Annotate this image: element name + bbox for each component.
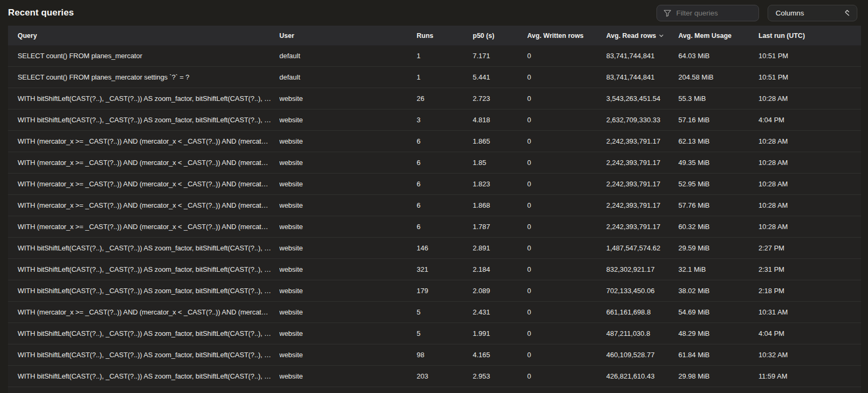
cell-p50: 2.431	[473, 308, 527, 316]
cell-runs: 6	[417, 159, 473, 167]
column-header-last-run[interactable]: Last run (UTC)	[758, 32, 861, 40]
cell-avg-mem: 64.03 MiB	[678, 52, 758, 60]
cell-user: website	[279, 308, 417, 316]
cell-avg-written: 0	[527, 308, 606, 316]
cell-avg-read: 2,242,393,791.17	[606, 180, 678, 188]
table-row[interactable]: WITH bitShiftLeft(CAST(?..), _CAST(?..))…	[8, 323, 861, 344]
cell-last-run: 10:28 AM	[758, 201, 861, 209]
table-row[interactable]: WITH bitShiftLeft(CAST(?..), _CAST(?..))…	[8, 259, 861, 280]
cell-avg-written: 0	[527, 223, 606, 231]
cell-p50: 2.723	[473, 95, 527, 103]
cell-p50: 2.184	[473, 265, 527, 273]
cell-last-run: 2:27 PM	[758, 244, 861, 252]
cell-avg-mem: 204.58 MiB	[678, 73, 758, 81]
cell-query: WITH (mercator_x >= _CAST(?..)) AND (mer…	[8, 201, 279, 209]
table-row[interactable]: SELECT count() FROM planes_mercator defa…	[8, 45, 861, 67]
column-header-avg-written-rows[interactable]: Avg. Written rows	[527, 32, 606, 40]
table-body: SELECT count() FROM planes_mercator defa…	[8, 45, 861, 387]
table-row[interactable]: SELECT count() FROM planes_mercator sett…	[8, 67, 861, 88]
table-row[interactable]: WITH bitShiftLeft(CAST(?..), _CAST(?..))…	[8, 88, 861, 109]
cell-last-run: 10:51 PM	[758, 73, 861, 81]
cell-runs: 5	[417, 329, 473, 337]
cell-runs: 6	[417, 223, 473, 231]
cell-user: website	[279, 329, 417, 337]
cell-runs: 6	[417, 201, 473, 209]
cell-avg-read: 2,632,709,330.33	[606, 116, 678, 124]
table-row[interactable]: WITH bitShiftLeft(CAST(?..), _CAST(?..))…	[8, 280, 861, 302]
filter-queries-input[interactable]	[676, 9, 752, 17]
cell-avg-read: 3,543,263,451.54	[606, 95, 678, 103]
cell-user: website	[279, 372, 417, 380]
cell-query: SELECT count() FROM planes_mercator	[8, 52, 279, 60]
cell-p50: 2.953	[473, 372, 527, 380]
cell-avg-written: 0	[527, 95, 606, 103]
column-header-avg-read-rows[interactable]: Avg. Read rows	[606, 32, 678, 40]
cell-runs: 179	[417, 287, 473, 295]
cell-avg-mem: 38.02 MiB	[678, 287, 758, 295]
cell-query: WITH bitShiftLeft(CAST(?..), _CAST(?..))…	[8, 244, 279, 252]
cell-last-run: 4:04 PM	[758, 329, 861, 337]
cell-runs: 3	[417, 116, 473, 124]
table-row[interactable]: WITH bitShiftLeft(CAST(?..), _CAST(?..))…	[8, 344, 861, 366]
cell-query: WITH (mercator_x >= _CAST(?..)) AND (mer…	[8, 180, 279, 188]
cell-avg-mem: 55.3 MiB	[678, 95, 758, 103]
cell-avg-written: 0	[527, 265, 606, 273]
cell-avg-mem: 49.35 MiB	[678, 159, 758, 167]
cell-last-run: 10:28 AM	[758, 223, 861, 231]
cell-avg-mem: 29.98 MiB	[678, 372, 758, 380]
table-row[interactable]: WITH (mercator_x >= _CAST(?..)) AND (mer…	[8, 302, 861, 323]
table-row[interactable]: WITH bitShiftLeft(CAST(?..), _CAST(?..))…	[8, 366, 861, 387]
cell-avg-read: 460,109,528.77	[606, 351, 678, 359]
cell-p50: 7.171	[473, 52, 527, 60]
cell-last-run: 10:32 AM	[758, 351, 861, 359]
cell-runs: 6	[417, 180, 473, 188]
cell-user: website	[279, 159, 417, 167]
cell-query: WITH (mercator_x >= _CAST(?..)) AND (mer…	[8, 223, 279, 231]
cell-p50: 4.165	[473, 351, 527, 359]
cell-user: website	[279, 137, 417, 145]
cell-avg-mem: 62.13 MiB	[678, 137, 758, 145]
cell-user: website	[279, 201, 417, 209]
cell-avg-read: 487,211,030.8	[606, 329, 678, 337]
table-header-row: Query User Runs p50 (s) Avg. Written row…	[8, 26, 861, 45]
cell-runs: 1	[417, 52, 473, 60]
table-row[interactable]: WITH (mercator_x >= _CAST(?..)) AND (mer…	[8, 152, 861, 174]
cell-avg-written: 0	[527, 201, 606, 209]
cell-avg-read: 2,242,393,791.17	[606, 137, 678, 145]
cell-runs: 26	[417, 95, 473, 103]
cell-avg-read: 2,242,393,791.17	[606, 223, 678, 231]
column-header-avg-mem-usage[interactable]: Avg. Mem Usage	[678, 32, 758, 40]
cell-p50: 1.865	[473, 137, 527, 145]
column-header-runs[interactable]: Runs	[417, 32, 473, 40]
cell-p50: 1.85	[473, 159, 527, 167]
cell-last-run: 2:18 PM	[758, 287, 861, 295]
table-row[interactable]: WITH (mercator_x >= _CAST(?..)) AND (mer…	[8, 195, 861, 216]
column-header-p50[interactable]: p50 (s)	[473, 32, 527, 40]
cell-avg-written: 0	[527, 351, 606, 359]
filter-queries-box[interactable]	[656, 5, 759, 21]
cell-user: website	[279, 351, 417, 359]
columns-dropdown[interactable]: Columns	[768, 5, 857, 21]
cell-avg-written: 0	[527, 372, 606, 380]
cell-user: default	[279, 52, 417, 60]
cell-avg-read: 426,821,610.43	[606, 372, 678, 380]
cell-p50: 1.868	[473, 201, 527, 209]
cell-avg-mem: 57.16 MiB	[678, 116, 758, 124]
cell-runs: 1	[417, 73, 473, 81]
column-header-query[interactable]: Query	[8, 32, 279, 40]
table-row[interactable]: WITH (mercator_x >= _CAST(?..)) AND (mer…	[8, 131, 861, 152]
cell-query: WITH (mercator_x >= _CAST(?..)) AND (mer…	[8, 159, 279, 167]
table-row[interactable]: WITH (mercator_x >= _CAST(?..)) AND (mer…	[8, 216, 861, 238]
cell-avg-read: 702,133,450.06	[606, 287, 678, 295]
cell-avg-written: 0	[527, 116, 606, 124]
table-row[interactable]: WITH (mercator_x >= _CAST(?..)) AND (mer…	[8, 174, 861, 195]
cell-avg-read: 832,302,921.17	[606, 265, 678, 273]
cell-avg-written: 0	[527, 329, 606, 337]
cell-last-run: 2:31 PM	[758, 265, 861, 273]
column-header-user[interactable]: User	[279, 32, 417, 40]
table-row[interactable]: WITH bitShiftLeft(CAST(?..), _CAST(?..))…	[8, 238, 861, 259]
table-row[interactable]: WITH bitShiftLeft(CAST(?..), _CAST(?..))…	[8, 109, 861, 131]
cell-runs: 6	[417, 137, 473, 145]
cell-p50: 5.441	[473, 73, 527, 81]
columns-dropdown-label: Columns	[776, 9, 804, 17]
